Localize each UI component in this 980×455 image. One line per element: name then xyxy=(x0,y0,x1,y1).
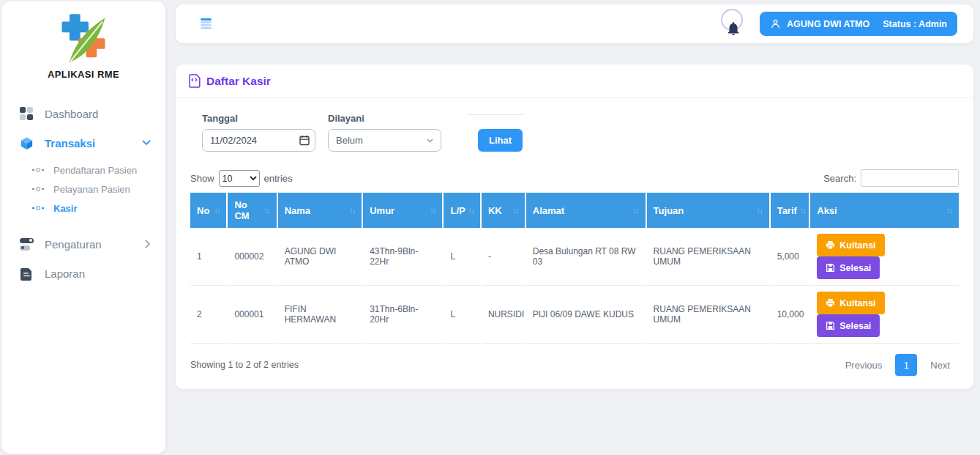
sort-icon: ↑↓ xyxy=(214,207,220,215)
show-label: Show xyxy=(190,173,214,184)
sidebar-item-kasir[interactable]: Kasir xyxy=(1,199,165,218)
page-size-select[interactable]: 10 xyxy=(219,170,260,187)
sort-icon: ↑↓ xyxy=(430,207,435,215)
sort-icon: ↑↓ xyxy=(349,207,355,215)
sort-icon: ↑↓ xyxy=(468,207,474,215)
sort-icon: ↑↓ xyxy=(512,207,518,215)
dashboard-grid-icon xyxy=(19,106,34,121)
sidebar-item-pengaturan[interactable]: Pengaturan xyxy=(1,229,165,259)
user-badge[interactable]: AGUNG DWI ATMO Status : Admin xyxy=(760,12,957,36)
cell-nama: FIFIN HERMAWAN xyxy=(277,286,363,344)
selesai-button[interactable]: Selesai xyxy=(817,314,880,337)
cube-icon xyxy=(19,136,34,150)
col-header-no[interactable]: No↑↓ xyxy=(190,193,227,228)
selesai-button[interactable]: Selesai xyxy=(817,256,880,279)
tanggal-input[interactable] xyxy=(202,129,315,152)
kuitansi-button[interactable]: Kuitansi xyxy=(817,234,884,256)
cell-no-cm: 000002 xyxy=(227,228,277,286)
col-label: Tarif xyxy=(777,205,797,216)
sidebar-item-pelayanan-pasien[interactable]: Pelayanan Pasien xyxy=(1,180,165,199)
col-header-tujuan[interactable]: Tujuan↑↓ xyxy=(646,193,770,228)
col-header-nama[interactable]: Nama↑↓ xyxy=(277,193,363,228)
bullet-icon xyxy=(32,168,44,172)
pagination-page-1[interactable]: 1 xyxy=(895,354,917,376)
sidebar-item-dashboard[interactable]: Dashboard xyxy=(1,99,165,128)
subitem-label: Pendaftaran Pasien xyxy=(53,165,137,176)
search-control: Search: xyxy=(823,169,959,187)
col-header-no-cm[interactable]: No CM↑↓ xyxy=(227,193,277,228)
transaksi-submenu: Pendaftaran Pasien Pelayanan Pasien Kasi… xyxy=(1,158,165,223)
table-header-row: No↑↓ No CM↑↓ Nama↑↓ Umur↑↓ L/P↑↓ KK↑↓ Al… xyxy=(190,193,959,228)
tanggal-label: Tanggal xyxy=(202,113,315,124)
logo-medical-cross-leaf-icon xyxy=(56,10,111,67)
tanggal-input-wrap xyxy=(202,129,315,152)
tanggal-field: Tanggal xyxy=(202,113,315,152)
user-name: AGUNG DWI ATMO xyxy=(787,19,869,29)
app-logo[interactable]: APLIKASI RME xyxy=(1,10,165,80)
col-header-umur[interactable]: Umur↑↓ xyxy=(362,193,443,228)
col-header-tarif[interactable]: Tarif↑↓ xyxy=(770,193,810,228)
cell-alamat: PIJI 06/09 DAWE KUDUS xyxy=(525,286,646,344)
col-header-kk[interactable]: KK↑↓ xyxy=(481,193,525,228)
col-label: Tujuan xyxy=(654,205,684,216)
selesai-label: Selesai xyxy=(839,321,871,331)
kuitansi-button[interactable]: Kuitansi xyxy=(817,292,884,314)
sidebar-item-laporan[interactable]: Laporan xyxy=(1,259,165,288)
col-label: Nama xyxy=(285,205,310,216)
col-header-alamat[interactable]: Alamat↑↓ xyxy=(525,193,646,228)
entries-info: Showing 1 to 2 of 2 entries xyxy=(190,360,299,370)
col-label: Alamat xyxy=(533,205,564,216)
kuitansi-label: Kuitansi xyxy=(839,298,875,308)
subitem-label: Kasir xyxy=(53,203,78,214)
pagination-previous[interactable]: Previous xyxy=(837,355,891,375)
divider xyxy=(467,114,524,115)
table-footer: Showing 1 to 2 of 2 entries Previous 1 N… xyxy=(190,354,959,376)
kuitansi-label: Kuitansi xyxy=(839,240,875,251)
table-row: 2 000001 FIFIN HERMAWAN 31Thn-6Bln-20Hr … xyxy=(190,286,959,344)
dilayani-select[interactable]: Belum xyxy=(328,129,441,152)
col-header-lp[interactable]: L/P↑↓ xyxy=(443,193,480,228)
sidebar-item-transaksi[interactable]: Transaksi xyxy=(1,128,165,158)
save-icon xyxy=(826,321,835,330)
cell-tujuan: RUANG PEMERIKSAAN UMUM xyxy=(646,228,770,286)
select-caret-icon xyxy=(427,138,433,143)
sort-icon: ↑↓ xyxy=(757,207,763,215)
calendar-icon[interactable] xyxy=(299,135,310,146)
card-header: Daftar Kasir xyxy=(176,64,973,98)
sidebar-item-pendaftaran-pasien[interactable]: Pendaftaran Pasien xyxy=(1,160,165,180)
notifications-bell-icon[interactable] xyxy=(720,7,747,41)
nav-label-transaksi: Transaksi xyxy=(45,137,131,149)
menu-toggle-icon[interactable] xyxy=(198,15,214,32)
main-area: AGUNG DWI ATMO Status : Admin Daftar Kas… xyxy=(176,4,973,389)
logo-text: APLIKASI RME xyxy=(48,69,119,80)
table-controls: Show 10 entries Search: xyxy=(190,169,959,187)
cell-lp: L xyxy=(443,228,480,286)
sidebar-nav: Dashboard Transaksi Pend xyxy=(1,99,165,288)
cell-no: 2 xyxy=(190,286,227,344)
table-row: 1 000002 AGUNG DWI ATMO 43Thn-9Bln-22Hr … xyxy=(190,228,959,286)
toggles-icon xyxy=(19,237,34,251)
kasir-table: No↑↓ No CM↑↓ Nama↑↓ Umur↑↓ L/P↑↓ KK↑↓ Al… xyxy=(190,193,959,344)
bullet-icon xyxy=(32,206,44,210)
cell-tarif: 5,000 xyxy=(770,228,810,286)
document-icon xyxy=(19,266,34,281)
cell-aksi: Kuitansi Selesai xyxy=(809,228,959,286)
entries-label: entries xyxy=(264,173,293,184)
nav-label-laporan: Laporan xyxy=(45,267,151,280)
cell-no: 1 xyxy=(190,228,227,286)
subitem-label: Pelayanan Pasien xyxy=(53,184,130,195)
cell-kk: NURSIDI xyxy=(481,286,525,344)
selesai-label: Selesai xyxy=(839,263,871,273)
cell-nama: AGUNG DWI ATMO xyxy=(277,228,363,286)
pagination-next[interactable]: Next xyxy=(921,355,959,375)
sort-icon: ↑↓ xyxy=(800,207,806,215)
search-label: Search: xyxy=(823,173,856,184)
search-input[interactable] xyxy=(861,169,959,187)
printer-icon xyxy=(826,298,835,308)
lihat-button[interactable]: Lihat xyxy=(478,129,523,152)
cell-aksi: Kuitansi Selesai xyxy=(809,286,959,344)
cell-tujuan: RUANG PEMERIKSAAN UMUM xyxy=(646,286,770,344)
app-root: APLIKASI RME Dashboard Transaksi xyxy=(0,0,980,455)
col-label: Umur xyxy=(370,205,394,216)
col-header-aksi[interactable]: Aksi↑↓ xyxy=(809,193,959,228)
